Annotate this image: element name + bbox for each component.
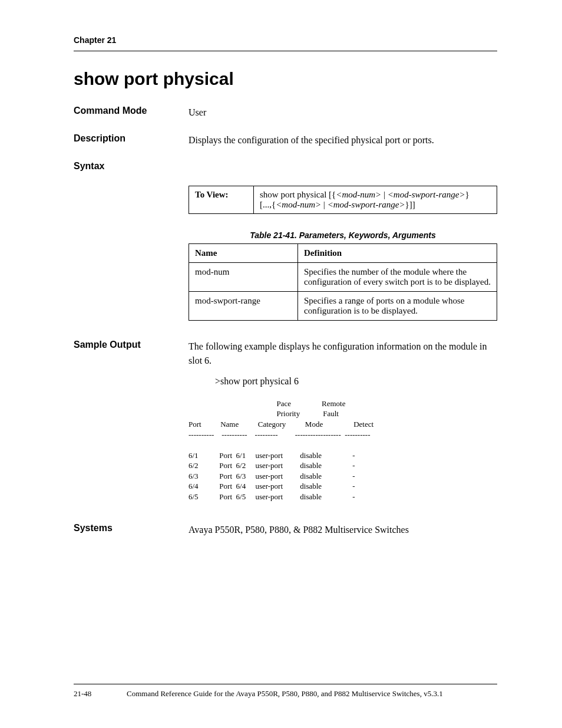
sample-output-body: The following example displays he config… xyxy=(189,340,497,502)
page-footer: 21-48 Command Reference Guide for the Av… xyxy=(74,684,497,699)
systems-value: Avaya P550R, P580, P880, & P882 Multiser… xyxy=(189,523,497,536)
syntax-line2-prefix: [...,{ xyxy=(260,200,276,209)
chapter-header: Chapter 21 xyxy=(74,35,497,51)
syntax-suffix1: } xyxy=(465,190,470,199)
syntax-cmd-prefix: show port physical [{ xyxy=(260,190,336,199)
syntax-to-view-label: To View: xyxy=(189,186,254,214)
page-title: show port physical xyxy=(74,69,497,89)
syntax-sep2: | xyxy=(321,200,328,209)
syntax-label: Syntax xyxy=(74,161,189,172)
syntax-suffix2: }]] xyxy=(405,200,415,209)
syntax-row: Syntax xyxy=(74,161,497,172)
systems-row: Systems Avaya P550R, P580, P880, & P882 … xyxy=(74,523,497,536)
footer-doc-title: Command Reference Guide for the Avaya P5… xyxy=(127,689,497,699)
syntax-table: To View: show port physical [{<mod-num> … xyxy=(189,186,497,214)
syntax-content: To View: show port physical [{<mod-num> … xyxy=(189,186,497,321)
footer-page-number: 21-48 xyxy=(74,689,127,699)
description-row: Description Displays the configuration o… xyxy=(74,133,497,147)
sample-output-listing: Pace Remote Priority Fault Port Name Cat… xyxy=(189,398,497,502)
param-table: Name Definition mod-num Specifies the nu… xyxy=(189,243,497,321)
param-header-name: Name xyxy=(189,244,298,263)
syntax-body xyxy=(189,161,497,172)
param-header-definition: Definition xyxy=(298,244,497,263)
param-definition: Specifies a range of ports on a module w… xyxy=(298,292,497,321)
description-label: Description xyxy=(74,133,189,147)
sample-output-intro: The following example displays he config… xyxy=(189,340,497,367)
command-mode-value: User xyxy=(189,106,497,119)
command-mode-row: Command Mode User xyxy=(74,106,497,119)
syntax-sep1: | xyxy=(381,190,388,199)
syntax-arg-mod-num-2: <mod-num> xyxy=(276,200,321,209)
param-row: mod-swport-range Specifies a range of po… xyxy=(189,292,497,321)
sample-output-row: Sample Output The following example disp… xyxy=(74,340,497,502)
syntax-command-cell: show port physical [{<mod-num> | <mod-sw… xyxy=(254,186,497,214)
syntax-arg-mod-swport-range-2: <mod-swport-range> xyxy=(328,200,405,209)
syntax-arg-mod-swport-range: <mod-swport-range> xyxy=(388,190,465,199)
systems-label: Systems xyxy=(74,523,189,536)
param-name: mod-swport-range xyxy=(189,292,298,321)
sample-output-command: >show port physical 6 xyxy=(215,374,497,388)
command-mode-label: Command Mode xyxy=(74,106,189,119)
syntax-arg-mod-num: <mod-num> xyxy=(336,190,381,199)
param-table-caption: Table 21-41. Parameters, Keywords, Argum… xyxy=(189,230,497,240)
param-name: mod-num xyxy=(189,263,298,292)
description-value: Displays the configuration of the specif… xyxy=(189,133,497,147)
param-row: mod-num Specifies the number of the modu… xyxy=(189,263,497,292)
param-definition: Specifies the number of the module where… xyxy=(298,263,497,292)
sample-output-label: Sample Output xyxy=(74,340,189,502)
